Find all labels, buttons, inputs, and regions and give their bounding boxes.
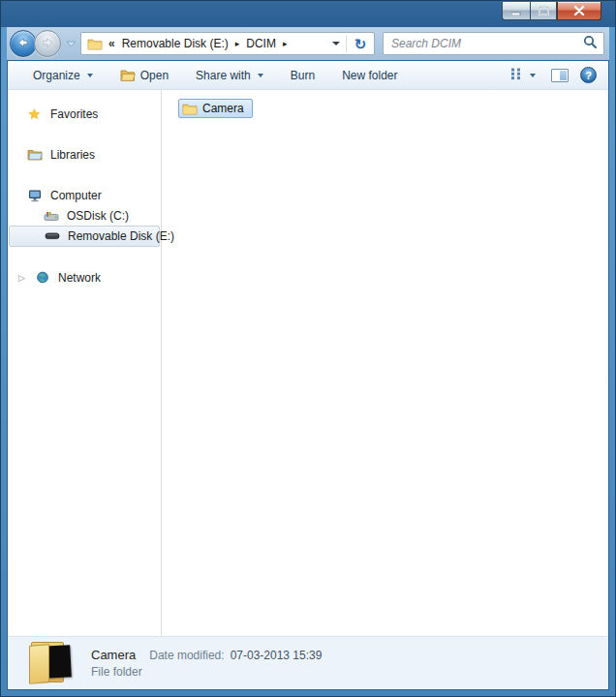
- title-bar: [1, 1, 615, 27]
- search-box[interactable]: [383, 32, 604, 55]
- new-folder-button[interactable]: New folder: [336, 65, 403, 86]
- toolbar-right-group: ?: [506, 63, 597, 87]
- sidebar-item-label: Removable Disk (E:): [68, 229, 174, 243]
- back-arrow-icon: [15, 35, 31, 53]
- addressbar-divider: [346, 35, 347, 52]
- explorer-window: « Removable Disk (E:) ▸ DCIM ▸ ↻ Organiz…: [0, 0, 616, 697]
- hard-drive-icon: [43, 210, 59, 222]
- sidebar-item-libraries[interactable]: Libraries: [8, 144, 161, 165]
- content-row: ★ Favorites Libraries Computer: [8, 90, 608, 636]
- breadcrumb-arrow-icon[interactable]: ▸: [279, 39, 292, 48]
- sidebar-item-label: Libraries: [50, 148, 95, 162]
- sidebar-item-label: Favorites: [50, 107, 98, 121]
- chevron-down-icon: [258, 74, 263, 77]
- forward-button[interactable]: [34, 30, 61, 57]
- details-pane: Camera Date modified: 07-03-2013 15:39 F…: [8, 636, 608, 689]
- sidebar-item-osdisk-c[interactable]: OSDisk (C:): [8, 205, 161, 226]
- address-bar[interactable]: « Removable Disk (E:) ▸ DCIM ▸ ↻: [80, 32, 375, 55]
- date-modified-value: 07-03-2013 15:39: [231, 649, 323, 662]
- sidebar-item-removable-disk-e[interactable]: Removable Disk (E:): [9, 226, 160, 247]
- sidebar-item-favorites[interactable]: ★ Favorites: [8, 104, 161, 124]
- change-view-button[interactable]: [506, 63, 539, 87]
- organize-button[interactable]: Organize: [27, 65, 99, 86]
- views-grid-icon: [509, 67, 523, 83]
- file-item-camera[interactable]: Camera: [178, 99, 253, 118]
- burn-button[interactable]: Burn: [285, 65, 321, 86]
- breadcrumb-arrow-icon[interactable]: ▸: [231, 39, 244, 48]
- navigation-bar: « Removable Disk (E:) ▸ DCIM ▸ ↻: [7, 27, 609, 60]
- sidebar-item-label: OSDisk (C:): [67, 209, 129, 223]
- refresh-icon: ↻: [354, 37, 367, 51]
- help-icon: ?: [585, 70, 592, 81]
- details-line-2: File folder: [91, 665, 322, 679]
- burn-label: Burn: [291, 69, 315, 82]
- libraries-icon: [26, 148, 43, 161]
- sidebar-item-computer[interactable]: Computer: [8, 185, 161, 205]
- breadcrumb-item-removable-disk[interactable]: Removable Disk (E:): [119, 35, 231, 52]
- close-icon: [573, 6, 585, 15]
- close-button[interactable]: [557, 2, 601, 20]
- search-input[interactable]: [391, 37, 583, 50]
- breadcrumb-item-dcim[interactable]: DCIM: [243, 35, 279, 52]
- refresh-button[interactable]: ↻: [349, 34, 372, 53]
- help-button[interactable]: ?: [580, 67, 597, 83]
- open-label: Open: [140, 69, 169, 82]
- folder-icon: [182, 103, 198, 115]
- organize-label: Organize: [33, 69, 80, 82]
- search-icon[interactable]: [583, 35, 598, 52]
- address-folder-icon: [86, 38, 103, 50]
- network-icon: [34, 271, 50, 284]
- preview-pane-button[interactable]: [551, 69, 569, 82]
- minimize-button[interactable]: [502, 2, 530, 20]
- sidebar-item-label: Computer: [50, 189, 102, 202]
- chevron-down-icon: [87, 74, 93, 77]
- address-dropdown-icon[interactable]: [332, 42, 340, 45]
- selected-folder-icon: [29, 640, 77, 684]
- star-icon: ★: [26, 106, 43, 121]
- sidebar-item-network[interactable]: ▷ Network: [8, 267, 161, 288]
- client-area: Organize Open Share with Burn New folder: [7, 60, 609, 690]
- open-button[interactable]: Open: [114, 65, 174, 86]
- date-modified-label: Date modified:: [149, 649, 224, 662]
- share-with-label: Share with: [196, 69, 251, 82]
- folder-front: [29, 644, 49, 683]
- maximize-button[interactable]: [530, 2, 557, 20]
- details-item-name: Camera: [91, 648, 136, 662]
- recent-pages-dropdown[interactable]: [66, 37, 77, 50]
- navigation-pane: ★ Favorites Libraries Computer: [8, 90, 162, 636]
- caption-buttons: [502, 2, 601, 20]
- details-item-type: File folder: [91, 665, 142, 679]
- expander-icon[interactable]: ▷: [17, 273, 26, 283]
- preview-pane-icon: [560, 71, 567, 80]
- share-with-button[interactable]: Share with: [190, 65, 269, 86]
- computer-icon: [26, 189, 43, 202]
- open-folder-icon: [120, 69, 136, 81]
- removable-drive-icon: [44, 232, 60, 240]
- details-line-1: Camera Date modified: 07-03-2013 15:39: [91, 648, 322, 662]
- chevron-down-icon: [530, 74, 536, 77]
- file-list-pane[interactable]: Camera: [162, 90, 608, 636]
- sidebar-item-label: Network: [58, 271, 101, 285]
- breadcrumb-overflow-chevron[interactable]: «: [108, 37, 115, 50]
- maximize-icon: [539, 6, 549, 15]
- file-item-label: Camera: [202, 102, 244, 115]
- minimize-icon: [511, 7, 521, 15]
- forward-arrow-icon: [40, 35, 55, 53]
- back-button[interactable]: [10, 30, 37, 57]
- command-toolbar: Organize Open Share with Burn New folder: [8, 61, 608, 90]
- details-text: Camera Date modified: 07-03-2013 15:39 F…: [91, 646, 322, 679]
- new-folder-label: New folder: [342, 69, 397, 82]
